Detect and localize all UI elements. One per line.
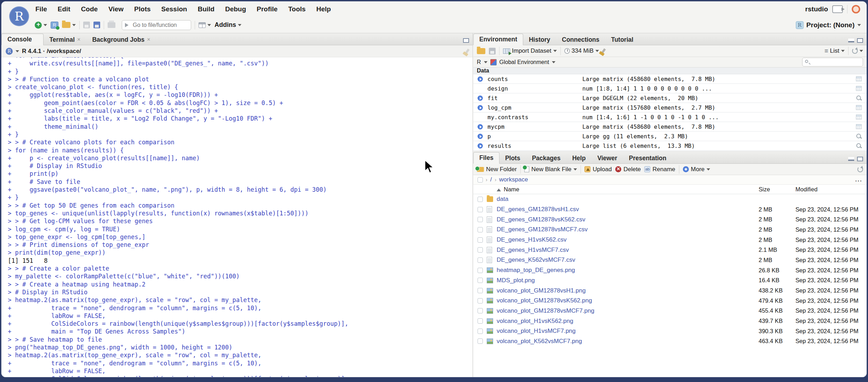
save-button[interactable] bbox=[83, 22, 90, 28]
more-button[interactable]: More bbox=[683, 166, 710, 173]
file-row[interactable]: volcano_plot_H1vsK562.png 439.7 KB Sep 2… bbox=[473, 316, 867, 326]
menu-item[interactable]: Tools bbox=[288, 5, 305, 13]
addins-button[interactable]: Addins bbox=[215, 21, 241, 29]
column-size[interactable]: Size bbox=[759, 186, 795, 193]
chevron-down-icon[interactable] bbox=[484, 61, 487, 63]
menu-item[interactable]: Session bbox=[161, 5, 187, 13]
file-name-link[interactable]: MDS_plot.png bbox=[497, 277, 759, 284]
file-name-link[interactable]: DE_genes_GM12878vsK562.csv bbox=[497, 216, 759, 223]
upload-button[interactable]: Upload bbox=[584, 166, 612, 173]
file-checkbox[interactable] bbox=[478, 278, 483, 283]
expand-object-icon[interactable] bbox=[478, 134, 483, 139]
column-modified[interactable]: Modified bbox=[795, 186, 867, 193]
environment-tab[interactable]: Environment bbox=[473, 34, 523, 45]
file-checkbox[interactable] bbox=[478, 288, 483, 293]
environment-tab[interactable]: History bbox=[523, 34, 556, 45]
breadcrumb-ellipsis[interactable]: ... bbox=[855, 176, 862, 183]
menu-item[interactable]: Help bbox=[316, 5, 331, 13]
file-checkbox[interactable] bbox=[478, 197, 483, 202]
file-name-link[interactable]: DE_genes_GM12878vsMCF7.csv bbox=[497, 226, 759, 233]
menu-item[interactable]: View bbox=[108, 5, 124, 13]
file-row[interactable]: data bbox=[473, 194, 867, 204]
file-checkbox[interactable] bbox=[478, 257, 483, 263]
file-name-link[interactable]: volcano_plot_H1vsK562.png bbox=[497, 318, 759, 325]
object-action-icon[interactable] bbox=[856, 115, 862, 120]
close-icon[interactable]: × bbox=[77, 36, 80, 43]
files-tab[interactable]: Help bbox=[566, 153, 592, 163]
environment-object-row[interactable]: log_cpm Large matrix (157680 elements, 2… bbox=[473, 103, 867, 112]
files-tab[interactable]: Files bbox=[473, 152, 499, 164]
menu-item[interactable]: Build bbox=[198, 5, 215, 13]
file-row[interactable]: volcano_plot_K562vsMCF7.png 463.4 KB Sep… bbox=[473, 336, 867, 347]
menu-item[interactable]: Plots bbox=[134, 5, 150, 13]
environment-object-row[interactable]: mycpm Large matrix (458680 elements, 7.8… bbox=[473, 122, 867, 132]
signout-icon[interactable] bbox=[832, 5, 843, 13]
new-project-button[interactable]: R bbox=[51, 22, 58, 29]
file-row[interactable]: volcano_plot_H1vsMCF7.png 390.3 KB Sep 2… bbox=[473, 326, 867, 336]
console-tab[interactable]: Console × bbox=[1, 34, 44, 45]
object-action-icon[interactable] bbox=[856, 96, 862, 100]
file-name-link[interactable]: DE_genes_K562vsMCF7.csv bbox=[497, 256, 759, 264]
file-name-link[interactable]: volcano_plot_GM12878vsH1.png bbox=[497, 287, 759, 294]
suspend-session-icon[interactable] bbox=[852, 5, 860, 13]
new-file-button[interactable] bbox=[35, 22, 47, 29]
object-action-icon[interactable] bbox=[856, 76, 862, 81]
clear-console-icon[interactable] bbox=[465, 48, 470, 54]
console-output[interactable]: > for (name in names(results)) {+ write.… bbox=[1, 57, 471, 377]
expand-object-icon[interactable] bbox=[478, 143, 483, 149]
file-checkbox[interactable] bbox=[478, 207, 483, 212]
environment-tab[interactable]: Connections bbox=[556, 34, 605, 45]
open-file-button[interactable] bbox=[62, 22, 76, 28]
save-workspace-icon[interactable] bbox=[489, 48, 496, 54]
delete-button[interactable]: ✕ Delete bbox=[615, 166, 641, 173]
expand-object-icon[interactable] bbox=[478, 124, 483, 129]
memory-usage-button[interactable]: 334 MiB bbox=[564, 47, 599, 54]
clear-environment-icon[interactable] bbox=[601, 48, 606, 54]
file-checkbox[interactable] bbox=[478, 268, 483, 273]
new-folder-button[interactable]: New Folder bbox=[477, 166, 517, 173]
environment-object-row[interactable]: design num [1:8, 1:4] 1 1 0 0 0 0 0 0 0 … bbox=[473, 84, 867, 93]
load-workspace-icon[interactable] bbox=[477, 48, 485, 54]
rename-button[interactable]: ab Rename bbox=[644, 166, 675, 173]
file-row[interactable]: DE_genes_H1vsK562.csv 2 MB Sep 23, 2024,… bbox=[473, 235, 867, 245]
select-all-checkbox[interactable] bbox=[478, 177, 483, 183]
minimize-panel-icon[interactable] bbox=[848, 157, 854, 161]
file-checkbox[interactable] bbox=[478, 329, 483, 334]
goto-file-input[interactable] bbox=[122, 20, 191, 30]
file-name-link[interactable]: DE_genes_H1vsMCF7.csv bbox=[497, 247, 759, 254]
file-checkbox[interactable] bbox=[478, 338, 483, 344]
menu-item[interactable]: Profile bbox=[257, 5, 278, 13]
file-row[interactable]: DE_genes_GM12878vsMCF7.csv 2 MB Sep 23, … bbox=[473, 225, 867, 235]
object-action-icon[interactable] bbox=[856, 134, 862, 139]
file-row[interactable]: DE_genes_GM12878vsK562.csv 2 MB Sep 23, … bbox=[473, 214, 867, 225]
expand-object-icon[interactable] bbox=[478, 96, 483, 101]
file-row[interactable]: DE_genes_K562vsMCF7.csv 2 MB Sep 23, 202… bbox=[473, 255, 867, 265]
column-name[interactable]: Name bbox=[497, 186, 759, 193]
file-checkbox[interactable] bbox=[478, 227, 483, 232]
file-checkbox[interactable] bbox=[478, 308, 483, 313]
chevron-down-icon[interactable] bbox=[552, 61, 555, 63]
file-row[interactable]: MDS_plot.png 16.4 KB Sep 23, 2024, 12:56… bbox=[473, 276, 867, 286]
file-name-link[interactable]: volcano_plot_GM12878vsK562.png bbox=[497, 297, 759, 304]
refresh-files-icon[interactable] bbox=[857, 167, 863, 172]
object-action-icon[interactable] bbox=[856, 143, 862, 148]
file-row[interactable]: DE_genes_H1vsMCF7.csv 2.1 MB Sep 23, 202… bbox=[473, 245, 867, 255]
file-row[interactable]: volcano_plot_GM12878vsK562.png 479.4 KB … bbox=[473, 296, 867, 306]
refresh-environment-button[interactable] bbox=[852, 48, 863, 54]
object-action-icon[interactable] bbox=[856, 105, 862, 110]
expand-object-icon[interactable] bbox=[478, 76, 483, 82]
environment-object-row[interactable]: counts Large matrix (458680 elements, 7.… bbox=[473, 74, 867, 84]
breadcrumb-folder[interactable]: workspace bbox=[499, 176, 528, 183]
file-row[interactable]: heatmap_top_DE_genes.png 26.8 KB Sep 23,… bbox=[473, 265, 867, 276]
print-button[interactable] bbox=[108, 22, 115, 28]
file-name-link[interactable]: volcano_plot_K562vsMCF7.png bbox=[497, 338, 759, 345]
menu-item[interactable]: Edit bbox=[58, 5, 70, 13]
environment-object-row[interactable]: my.contrasts num [1:4, 1:6] 1 -1 0 0 1 0… bbox=[473, 112, 867, 122]
file-row[interactable]: volcano_plot_GM12878vsH1.png 438.2 KB Se… bbox=[473, 285, 867, 296]
expand-object-icon[interactable] bbox=[478, 105, 483, 110]
menu-item[interactable]: Code bbox=[81, 5, 98, 13]
object-action-icon[interactable] bbox=[856, 124, 862, 129]
menu-item[interactable]: File bbox=[35, 5, 47, 13]
console-tab[interactable]: Background Jobs × bbox=[86, 34, 156, 45]
menu-item[interactable]: Debug bbox=[225, 5, 246, 13]
